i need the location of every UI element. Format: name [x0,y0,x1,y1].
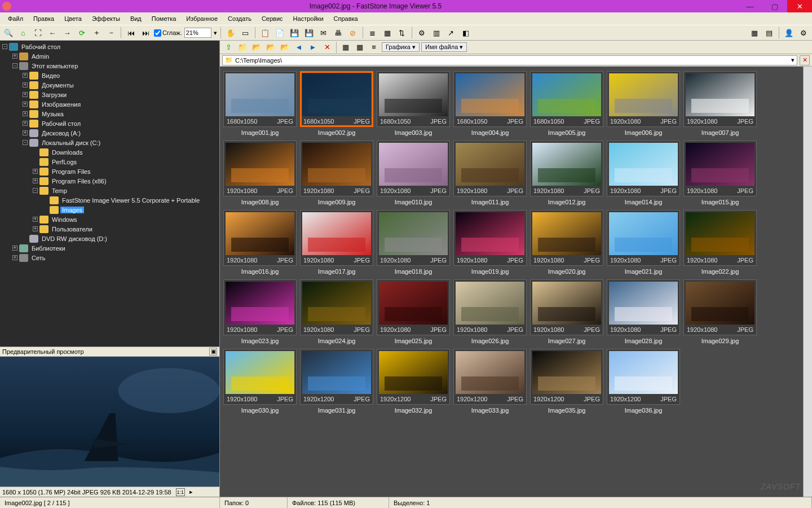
thumbnail[interactable]: 1920x1080JPEGImage006.jpg [607,71,680,136]
menu-правка[interactable]: Правка [29,14,59,23]
maximize-button[interactable]: ▢ [762,0,787,12]
thumbnail[interactable]: 1920x1080JPEGImage015.jpg [683,141,757,205]
email-icon[interactable]: ✉ [317,27,330,39]
tool4-icon[interactable]: ◧ [460,27,472,39]
thumbnail[interactable]: 1680x1050JPEGImage004.jpg [453,71,527,136]
thumbnail[interactable]: 1920x1080JPEGImage028.jpg [607,279,680,344]
select-icon[interactable]: ▭ [239,27,251,39]
thumbnail[interactable]: 1920x1080JPEGImage018.jpg [377,210,450,275]
tree-item[interactable]: +Рабочий стол [0,119,219,128]
zoom-fit-icon[interactable]: 🔍 [2,27,15,39]
thumbnail[interactable]: 1920x1080JPEGImage029.jpg [683,279,757,344]
preview-image[interactable] [0,357,219,487]
expand-icon[interactable]: + [23,73,28,78]
back-icon[interactable]: ← [46,27,59,39]
batch-icon[interactable]: ≣ [367,27,379,39]
thumbnail[interactable]: 1920x1080JPEGImage012.jpg [530,141,603,205]
menu-цвета[interactable]: Цвета [60,14,86,23]
tree-item[interactable]: +Библиотеки [0,243,219,253]
copy-icon[interactable]: 📋 [259,27,271,39]
thumbnail[interactable]: 1920x1080JPEGImage019.jpg [453,210,527,275]
menu-файл[interactable]: Файл [3,14,28,23]
menu-настройки[interactable]: Настройки [289,14,328,23]
sort-by-dropdown[interactable]: Имя файла ▾ [421,42,467,52]
expand-icon[interactable]: + [12,246,17,251]
last-page-icon[interactable]: ⏭ [139,27,152,39]
thumbnail[interactable]: 1680x1050JPEGImage003.jpg [377,71,450,136]
tree-item[interactable]: PerfLogs [0,157,219,167]
menu-вид[interactable]: Вид [126,14,146,23]
expand-icon[interactable]: + [23,111,28,116]
expand-icon[interactable]: + [23,82,28,87]
tree-item[interactable]: +Сеть [0,253,219,262]
tree-item[interactable]: +Program Files [0,167,219,176]
home-icon[interactable]: ⌂ [17,27,29,39]
thumbnail[interactable]: 1920x1080JPEGImage014.jpg [607,141,680,205]
zoom-input[interactable] [184,28,211,38]
paste-icon[interactable]: 📄 [273,27,286,39]
grid-small-icon[interactable]: ▦ [339,41,352,54]
compare-icon[interactable]: ⇅ [396,27,408,39]
vertical-scrollbar[interactable] [803,67,812,497]
expand-icon[interactable]: + [12,54,17,59]
menu-эффекты[interactable]: Эффекты [87,14,125,23]
settings-icon[interactable]: ⚙ [797,27,810,39]
thumbnail[interactable]: 1920x1080JPEGImage009.jpg [300,141,373,205]
thumbnail[interactable]: 1920x1080JPEGImage022.jpg [683,210,757,275]
tree-item[interactable]: +Admin [0,51,219,61]
thumbnail[interactable]: 1920x1080JPEGImage023.jpg [223,279,297,344]
thumbnail[interactable]: 1680x1050JPEGImage005.jpg [530,71,603,136]
thumbnail[interactable]: 1920x1080JPEGImage027.jpg [530,279,603,344]
tree-item[interactable]: +Пользователи [0,224,219,234]
expand-icon[interactable]: + [23,102,28,107]
fullscreen-icon[interactable]: ⛶ [32,27,44,39]
view-list-icon[interactable]: ▤ [763,27,775,39]
thumbnail[interactable]: 1920x1080JPEGImage021.jpg [607,210,680,275]
sort-group-dropdown[interactable]: Графика ▾ [382,42,420,52]
thumbnail[interactable]: 1920x1080JPEGImage024.jpg [300,279,373,344]
tool2-icon[interactable]: ▥ [430,27,443,39]
contact-icon[interactable]: 👤 [783,27,795,39]
delete-file-icon[interactable]: ✕ [321,41,333,54]
tool1-icon[interactable]: ⚙ [416,27,428,39]
menu-создать[interactable]: Создать [223,14,256,23]
copy-to-icon[interactable]: 📂 [279,41,291,54]
expand-icon[interactable]: + [23,121,28,126]
thumbnail[interactable]: 1920x1200JPEGImage035.jpg [530,349,603,414]
print-icon[interactable]: 🖶 [332,27,345,39]
thumbnail[interactable]: 1920x1080JPEGImage008.jpg [223,141,297,205]
minimize-button[interactable]: — [738,0,762,12]
expand-icon[interactable]: + [23,130,28,135]
first-page-icon[interactable]: ⏮ [125,27,137,39]
thumbnail[interactable]: 1920x1200JPEGImage033.jpg [453,349,527,414]
forward-icon[interactable]: → [61,27,73,39]
thumbnail[interactable]: 1920x1080JPEGImage017.jpg [300,210,373,275]
move-icon[interactable]: 📂 [264,41,277,54]
tree-item[interactable]: +Дисковод (A:) [0,128,219,138]
smooth-checkbox[interactable]: Сглаж. [154,29,182,37]
thumbnail[interactable]: 1920x1200JPEGImage032.jpg [377,349,450,414]
thumbnail[interactable]: 1920x1080JPEGImage011.jpg [453,141,527,205]
expand-icon[interactable]: - [23,140,28,145]
tree-item[interactable]: +Видео [0,71,219,80]
thumbnail[interactable]: 1680x1050JPEGImage001.jpg [223,71,297,136]
next-folder-icon[interactable]: ► [307,41,319,54]
save-icon[interactable]: 💾 [288,27,301,39]
thumbnail[interactable]: 1920x1080JPEGImage016.jpg [223,210,297,275]
tree-item[interactable]: +Документы [0,80,219,90]
tree-item[interactable]: -Рабочий стол [0,42,219,51]
menu-пометка[interactable]: Пометка [147,14,181,23]
tree-item[interactable]: -Локальный диск (C:) [0,138,219,147]
expand-icon[interactable]: + [12,255,17,260]
expand-icon[interactable]: + [23,92,28,97]
thumbnail[interactable]: 1920x1200JPEGImage036.jpg [607,349,680,414]
tree-item[interactable]: +Windows [0,214,219,224]
menu-избранное[interactable]: Избранное [182,14,222,23]
new-folder-icon[interactable]: 📁 [236,41,249,54]
expand-icon[interactable]: + [33,226,38,231]
prev-folder-icon[interactable]: ◄ [293,41,305,54]
detail-view-icon[interactable]: ≡ [368,41,380,54]
tree-item[interactable]: +Изображения [0,99,219,109]
tree-item[interactable]: +Загрузки [0,90,219,99]
zoom-out-icon[interactable]: － [105,27,117,39]
